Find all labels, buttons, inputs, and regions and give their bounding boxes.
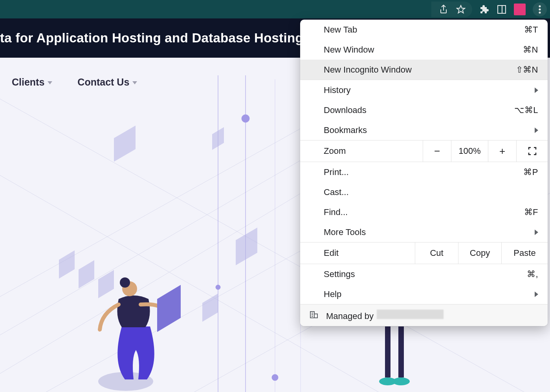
redacted-org xyxy=(377,310,444,319)
zoom-out-button[interactable]: − xyxy=(423,140,451,162)
svg-point-9 xyxy=(216,285,220,290)
submenu-arrow-icon xyxy=(535,292,538,297)
menu-label: Print... xyxy=(324,167,523,177)
menu-shortcut: ⌘N xyxy=(523,45,538,55)
menu-find[interactable]: Find... ⌘F xyxy=(300,202,548,222)
menu-edit-row: Edit Cut Copy Paste xyxy=(300,242,548,264)
menu-new-incognito[interactable]: New Incognito Window ⇧⌘N xyxy=(300,60,548,80)
menu-downloads[interactable]: Downloads ⌥⌘L xyxy=(300,100,548,120)
nav-clients[interactable]: Clients xyxy=(12,77,52,88)
enterprise-icon xyxy=(309,309,319,322)
menu-label: New Window xyxy=(324,45,523,55)
sidepanel-icon[interactable] xyxy=(497,4,507,15)
edit-copy-button[interactable]: Copy xyxy=(458,242,501,264)
menu-label: Cast... xyxy=(324,187,538,197)
menu-new-window[interactable]: New Window ⌘N xyxy=(300,40,548,60)
managed-prefix: Managed by xyxy=(326,311,376,321)
menu-shortcut: ⌘, xyxy=(527,269,538,279)
submenu-arrow-icon xyxy=(535,88,538,93)
svg-point-17 xyxy=(120,277,130,288)
menu-label: History xyxy=(324,85,535,95)
menu-shortcut: ⌘T xyxy=(524,25,538,35)
chevron-down-icon xyxy=(48,81,52,84)
submenu-arrow-icon xyxy=(535,128,538,133)
svg-rect-19 xyxy=(398,326,404,377)
menu-managed-by[interactable]: Managed by xyxy=(300,304,548,326)
menu-shortcut: ⇧⌘N xyxy=(516,65,538,75)
menu-label: Settings xyxy=(324,269,527,279)
zoom-in-button[interactable]: + xyxy=(488,140,516,162)
svg-point-20 xyxy=(379,377,396,385)
svg-point-3 xyxy=(539,5,541,7)
menu-label: Find... xyxy=(324,207,524,217)
svg-point-13 xyxy=(272,374,278,381)
svg-point-5 xyxy=(539,11,541,13)
svg-point-4 xyxy=(539,8,541,10)
banner-title: ta for Application Hosting and Database … xyxy=(0,31,303,46)
edit-paste-button[interactable]: Paste xyxy=(501,242,548,264)
menu-new-tab[interactable]: New Tab ⌘T xyxy=(300,20,548,40)
menu-label: Help xyxy=(324,289,535,299)
menu-label: Edit xyxy=(300,242,415,264)
menu-shortcut: ⌥⌘L xyxy=(514,105,538,115)
svg-marker-0 xyxy=(457,5,465,13)
managed-text: Managed by xyxy=(326,310,444,321)
menu-zoom-row: Zoom − 100% + xyxy=(300,140,548,162)
menu-cast[interactable]: Cast... xyxy=(300,182,548,202)
overflow-menu-button[interactable] xyxy=(533,2,547,16)
fullscreen-button[interactable] xyxy=(516,140,548,162)
chevron-down-icon xyxy=(132,81,137,84)
menu-more-tools[interactable]: More Tools xyxy=(300,222,548,242)
menu-label: Downloads xyxy=(324,105,514,115)
share-icon[interactable] xyxy=(438,4,449,15)
nav-label: Clients xyxy=(12,77,44,88)
menu-label: New Incognito Window xyxy=(324,65,516,75)
svg-point-21 xyxy=(392,377,410,385)
menu-bookmarks[interactable]: Bookmarks xyxy=(300,120,548,140)
menu-settings[interactable]: Settings ⌘, xyxy=(300,264,548,284)
browser-toolbar xyxy=(0,0,550,18)
menu-label: Bookmarks xyxy=(324,125,535,135)
menu-print[interactable]: Print... ⌘P xyxy=(300,162,548,182)
menu-label: More Tools xyxy=(324,227,535,237)
chrome-overflow-menu: New Tab ⌘T New Window ⌘N New Incognito W… xyxy=(300,20,548,326)
profile-avatar[interactable] xyxy=(514,4,526,15)
extensions-icon[interactable] xyxy=(479,4,490,15)
nav-contact-us[interactable]: Contact Us xyxy=(77,77,137,88)
star-icon[interactable] xyxy=(456,4,466,15)
nav-label: Contact Us xyxy=(77,77,129,88)
omnibox-actions xyxy=(431,2,472,17)
menu-history[interactable]: History xyxy=(300,80,548,100)
menu-shortcut: ⌘P xyxy=(523,167,538,177)
menu-help[interactable]: Help xyxy=(300,284,548,304)
submenu-arrow-icon xyxy=(535,230,538,235)
svg-point-15 xyxy=(98,372,153,391)
menu-shortcut: ⌘F xyxy=(524,207,538,217)
menu-label: Zoom xyxy=(300,140,423,162)
zoom-value: 100% xyxy=(451,140,488,162)
svg-rect-18 xyxy=(385,326,390,377)
menu-label: New Tab xyxy=(324,25,524,35)
svg-point-11 xyxy=(242,115,249,122)
edit-cut-button[interactable]: Cut xyxy=(415,242,458,264)
svg-point-16 xyxy=(122,281,137,296)
